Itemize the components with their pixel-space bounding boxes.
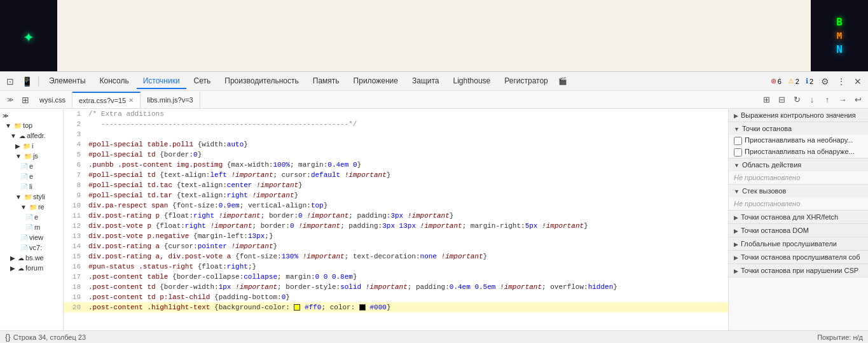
tree-item-re[interactable]: ▼ 📁 re	[0, 202, 63, 212]
right-section-scope: Область действия Не приостановлено	[729, 158, 868, 185]
tab-memory[interactable]: Память	[307, 74, 346, 89]
right-section-csp-header[interactable]: Точки останова при нарушении CSP	[729, 264, 868, 277]
global-chevron	[734, 240, 738, 248]
devtools-panel: ⊡ 📱 Элементы Консоль Источники Сеть Прои…	[0, 71, 868, 343]
tree-item-i[interactable]: ▶ 📁 i	[0, 141, 63, 151]
right-section-breakpoints-header[interactable]: Точки останова	[729, 122, 868, 135]
tree-item-js[interactable]: ▼ 📁 js	[0, 151, 63, 161]
scope-content: Не приостановлено	[729, 171, 868, 184]
callstack-content: Не приостановлено	[729, 197, 868, 210]
breakpoint-row-2: Приостанавливать на обнаруже...	[729, 146, 868, 158]
tree-item-re-label: re	[38, 203, 45, 211]
warning-badge[interactable]: ⚠ 2	[785, 76, 802, 87]
cloud-icon-alfedr: ☁	[19, 132, 25, 139]
tab-application[interactable]: Приложение	[347, 74, 404, 89]
breakpoint-checkbox-1[interactable]	[734, 137, 742, 145]
code-line-20: 20 .post-content .highlight-text {backgr…	[64, 302, 728, 312]
device-toggle-button[interactable]: 📱	[19, 74, 34, 89]
tree-item-forum[interactable]: ▶ ☁ forum	[0, 263, 63, 273]
file-tab-extra[interactable]: extra.css?v=15 ✕	[72, 92, 141, 108]
tree-item-styli[interactable]: ▼ 📁 styli	[0, 192, 63, 202]
code-line-18: 18 .post-content td {border-width:1px !i…	[64, 282, 728, 292]
line-content-14: div.post-rating a {cursor:pointer !impor…	[86, 241, 728, 251]
tree-item-vc7[interactable]: 📄 vc7:	[0, 242, 63, 253]
code-editor[interactable]: 1 /* Extra additions 2 -----------------…	[64, 109, 728, 330]
go-to-definition-button[interactable]: →	[835, 92, 850, 108]
new-file-button[interactable]: ⊞	[18, 92, 33, 108]
line-content-16: #pun-status .status-right {float:right;}	[86, 262, 728, 272]
tab-lighthouse[interactable]: Lighthouse	[447, 74, 497, 89]
more-options-button[interactable]: ⋮	[834, 74, 849, 89]
right-section-dom-header[interactable]: Точки останова DOM	[729, 224, 868, 237]
xhr-title: Точки останова для XHR/fetch	[741, 213, 838, 221]
tree-item-m[interactable]: 📄 m	[0, 222, 63, 232]
file-tab-libs[interactable]: libs.min.js?v=3	[141, 92, 200, 108]
right-section-event-header[interactable]: Точки останова прослушивателя соб	[729, 251, 868, 263]
line-content-4: #poll-special table.poll1 {width:auto}	[86, 139, 728, 150]
line-content-11: div.post-rating p {float:right !importan…	[86, 211, 728, 221]
tab-performance[interactable]: Производительность	[218, 74, 305, 89]
file-tab-extra-close[interactable]: ✕	[128, 97, 134, 104]
tab-registrar[interactable]: Регистратор	[498, 74, 555, 89]
tree-expand-button[interactable]: ≫	[0, 111, 63, 120]
right-section-watch: Выражения контрольного значения	[729, 109, 868, 122]
right-section-scope-header[interactable]: Область действия	[729, 158, 868, 171]
line-content-12: div.post-vote p {float:right !important;…	[86, 221, 728, 231]
tree-item-e3[interactable]: 📄 e	[0, 212, 63, 222]
right-section-watch-header[interactable]: Выражения контрольного значения	[729, 109, 868, 122]
right-section-callstack-header[interactable]: Стек вызовов	[729, 185, 868, 197]
sources-more-button[interactable]: ≫	[3, 92, 18, 108]
right-section-event: Точки останова прослушивателя соб	[729, 251, 868, 264]
refresh-button[interactable]: ↻	[789, 92, 804, 108]
code-line-16: 16 #pun-status .status-right {float:righ…	[64, 262, 728, 272]
watch-chevron	[734, 111, 738, 119]
right-section-csp: Точки останова при нарушении CSP	[729, 264, 868, 277]
move-down-button[interactable]: ↓	[804, 92, 820, 108]
file-icon-e1: 📄	[20, 163, 28, 170]
tab-console[interactable]: Консоль	[93, 74, 135, 89]
move-up-button[interactable]: ↑	[820, 92, 835, 108]
line-number-18: 18	[64, 282, 86, 292]
settings-button[interactable]: ⚙	[817, 74, 832, 89]
inspect-element-button[interactable]: ⊡	[3, 74, 18, 89]
folder-icon-styli: 📁	[24, 193, 32, 200]
tab-sources[interactable]: Источники	[137, 74, 186, 89]
tab-network[interactable]: Сеть	[188, 74, 217, 89]
tree-item-bswe-label: bs.we	[25, 254, 44, 262]
code-brackets-icon: {}	[5, 332, 11, 342]
tree-item-e2[interactable]: 📄 e	[0, 171, 63, 181]
code-line-7: 7 #poll-special td {text-align:left !imp…	[64, 170, 728, 180]
tree-item-alfedr[interactable]: ▼ ☁ alfedr.	[0, 130, 63, 141]
right-section-global-header[interactable]: Глобальные прослушиватели	[729, 237, 868, 250]
tree-item-js-label: js	[33, 152, 38, 160]
info-badge[interactable]: ℹ 2	[803, 76, 816, 87]
file-tab-wysi[interactable]: wysi.css	[33, 92, 72, 108]
tab-security[interactable]: Защита	[406, 74, 446, 89]
csp-chevron	[734, 267, 738, 274]
folder-icon-i: 📁	[23, 143, 31, 150]
close-tab-button[interactable]: ↩	[850, 92, 865, 108]
tab-elements[interactable]: Элементы	[43, 74, 92, 89]
event-chevron	[734, 253, 738, 261]
layout-button[interactable]: ⊟	[774, 92, 789, 108]
split-editor-button[interactable]: ⊞	[759, 92, 774, 108]
tree-item-top[interactable]: ▼ 📁 top	[0, 120, 63, 130]
breakpoint-checkbox-2[interactable]	[734, 148, 742, 157]
error-badge[interactable]: ⊗ 6	[768, 76, 784, 87]
tree-item-view[interactable]: 📄 view	[0, 232, 63, 242]
right-section-xhr-header[interactable]: Точки останова для XHR/fetch	[729, 211, 868, 223]
tree-item-li[interactable]: 📄 li	[0, 181, 63, 192]
tree-item-forum-chevron: ▶	[10, 265, 15, 272]
tree-item-js-chevron: ▼	[15, 153, 22, 160]
tree-item-e3-label: e	[34, 213, 38, 221]
line-number-10: 10	[64, 200, 86, 211]
tree-item-i-label: i	[32, 142, 33, 150]
tree-item-e1[interactable]: 📄 e	[0, 161, 63, 171]
close-devtools-button[interactable]: ✕	[850, 74, 865, 89]
code-line-4: 4 #poll-special table.poll1 {width:auto}	[64, 139, 728, 150]
line-number-13: 13	[64, 231, 86, 241]
line-number-8: 8	[64, 180, 86, 190]
line-number-3: 3	[64, 129, 86, 139]
scope-title: Область действия	[742, 161, 801, 169]
tree-item-bswe[interactable]: ▶ ☁ bs.we	[0, 253, 63, 263]
